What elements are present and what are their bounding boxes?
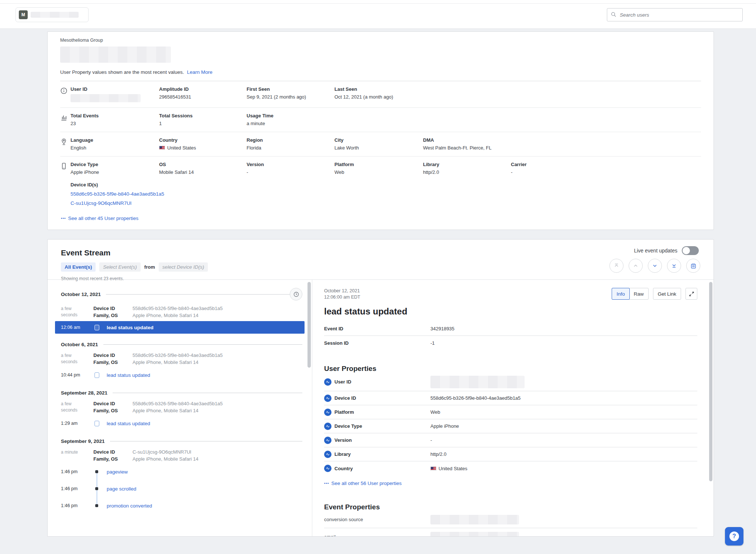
live-updates-label: Live event updates: [634, 248, 677, 254]
info-icon: [60, 86, 71, 102]
org-group-label: Mesothelioma Group: [60, 38, 701, 43]
user-profile-card: Mesothelioma Group User Property values …: [47, 31, 714, 230]
event-list-scrollbar[interactable]: [307, 282, 311, 368]
profile-note: User Property values shown are the most …: [60, 69, 701, 75]
kv-row: Event ID 342918935: [324, 322, 697, 336]
live-updates-toggle[interactable]: [682, 246, 699, 255]
event-detail-pane: October 12, 2021 12:06:00 am EDT Info Ra…: [312, 280, 714, 536]
detail-actions: Info Raw Get Link: [612, 288, 697, 300]
field-platform: Platform Web: [334, 162, 423, 175]
scroll-down-button[interactable]: [648, 259, 662, 273]
timeline-dot-icon: [93, 504, 100, 507]
top-hairline: [0, 3, 756, 4]
session-meta: a few seconds Device ID 558d6c95-b326-5f…: [61, 306, 302, 318]
event-title: lead status updated: [324, 306, 697, 317]
event-properties-title: Event Properties: [324, 503, 697, 511]
stream-nav-buttons: [609, 259, 700, 273]
field-last-seen: Last Seen Oct 12, 2021 (a month ago): [334, 86, 423, 102]
raw-tab[interactable]: Raw: [629, 288, 648, 299]
search-users-input[interactable]: [607, 8, 743, 21]
see-all-user-properties[interactable]: •••See all other 45 User properties: [60, 210, 701, 221]
event-stream-title: Event Stream: [61, 248, 700, 257]
timeline-dot-icon: [93, 470, 100, 473]
expand-icon: [689, 291, 694, 297]
field-total-events: Total Events 23: [71, 113, 159, 127]
us-flag-icon: [159, 146, 165, 150]
field-amplitude-id: Amplitude ID 296585416531: [159, 86, 247, 102]
event-list-pane: October 12, 2021 a few seconds Device ID…: [48, 280, 312, 536]
session-meta: a few seconds Device ID 558d6c95-b326-5f…: [61, 401, 302, 413]
event-row[interactable]: 1:46 pm pageview: [61, 465, 302, 479]
location-pin-icon: [60, 137, 71, 151]
see-all-event-user-properties[interactable]: •••See all other 56 User properties: [324, 481, 697, 486]
custom-event-icon: [93, 325, 100, 330]
calendar-button[interactable]: [686, 259, 700, 273]
filter-select-device-ids[interactable]: select Device ID(s): [159, 262, 208, 272]
redacted-value: [430, 376, 525, 388]
current-user-chip[interactable]: M: [16, 7, 89, 22]
field-os: OS Mobile Safari 14: [159, 162, 247, 175]
field-first-seen: First Seen Sep 9, 2021 (2 months ago): [247, 86, 334, 102]
date-group-header: October 6, 2021: [61, 342, 302, 347]
event-properties-list: conversion source email: [324, 511, 697, 536]
filter-select-events[interactable]: Select Event(s): [99, 262, 141, 272]
calendar-icon: [690, 263, 697, 269]
live-updates-control: Live event updates: [634, 246, 699, 255]
jump-to-top-button[interactable]: [609, 259, 623, 273]
field-user-id: User ID: [71, 86, 159, 102]
chevron-double-up-icon: [614, 263, 619, 269]
amplitude-property-icon: [324, 395, 331, 402]
event-stream-body: October 12, 2021 a few seconds Device ID…: [48, 279, 714, 536]
amplitude-property-icon: [324, 423, 331, 430]
event-stream-header: Event Stream All Event(s) Select Event(s…: [48, 240, 714, 279]
profile-row-usage: Total Events 23 Total Sessions 1 Usage T…: [60, 107, 701, 132]
device-id-link[interactable]: C-su1Ujcsg-9O6qcMNR7Ul: [71, 200, 131, 206]
event-stream-card: Event Stream All Event(s) Select Event(s…: [47, 239, 714, 537]
bar-chart-icon: [60, 113, 71, 127]
amplitude-property-icon: [324, 437, 331, 444]
custom-event-icon: [93, 372, 100, 378]
device-id-link[interactable]: 558d6c95-b326-5f9e-b840-4ae3aed5b1a5: [71, 191, 164, 197]
filter-from-label: from: [144, 264, 155, 270]
us-flag-icon: [430, 467, 436, 471]
jump-to-bottom-button[interactable]: [667, 259, 681, 273]
scroll-up-button[interactable]: [629, 259, 643, 273]
filter-all-events[interactable]: All Event(s): [61, 262, 96, 272]
jump-to-time-button[interactable]: [290, 288, 302, 300]
search-users: [607, 8, 743, 21]
chevron-up-icon: [633, 263, 639, 269]
user-prop-row: Device Type Apple iPhone: [324, 419, 697, 433]
field-library: Library http/2.0: [423, 162, 511, 175]
event-row[interactable]: 10:44 pm lead status updated: [61, 368, 302, 382]
info-tab[interactable]: Info: [612, 288, 630, 300]
event-row[interactable]: 1:46 pm page scrolled: [61, 482, 302, 496]
amplitude-property-icon: [324, 451, 331, 458]
expand-button[interactable]: [685, 288, 697, 300]
field-dma: DMA West Palm Beach-Ft. Pierce, FL: [423, 137, 511, 151]
user-prop-row: Country United States: [324, 461, 697, 475]
get-link-button[interactable]: Get Link: [653, 288, 681, 300]
event-prop-row: conversion source: [324, 511, 697, 528]
user-prop-row: Device ID 558d6c95-b326-5f9e-b840-4ae3ae…: [324, 391, 697, 405]
user-prop-row: Version -: [324, 433, 697, 447]
event-detail-scrollbar[interactable]: [709, 282, 712, 481]
profile-row-location: Language English Country United States R…: [60, 132, 701, 156]
field-carrier: Carrier -: [511, 162, 701, 175]
field-city: City Lake Worth: [334, 137, 423, 151]
field-device-type: Device Type Apple iPhone: [71, 162, 159, 175]
event-row[interactable]: 1:29 am lead status updated: [61, 416, 302, 430]
event-row[interactable]: 1:46 pm promotion converted: [61, 499, 302, 513]
chevron-double-down-icon: [671, 263, 677, 269]
event-prop-row: email: [324, 528, 697, 536]
redacted-user-title: [60, 47, 171, 63]
user-prop-row: User ID: [324, 373, 697, 391]
profile-row-identity: User ID Amplitude ID 296585416531 First …: [60, 81, 701, 107]
event-row-selected[interactable]: 12:06 am lead status updated: [55, 321, 305, 334]
learn-more-link[interactable]: Learn More: [187, 69, 212, 75]
redacted-user-id-value: [71, 94, 141, 102]
search-icon: [611, 11, 616, 17]
profile-note-text: User Property values shown are the most …: [60, 69, 184, 75]
help-button[interactable]: ?: [725, 527, 743, 546]
kv-row: Session ID -1: [324, 336, 697, 350]
session-meta: a minute Device ID C-su1Ujcsg-9O6qcMNR7U…: [61, 449, 302, 462]
